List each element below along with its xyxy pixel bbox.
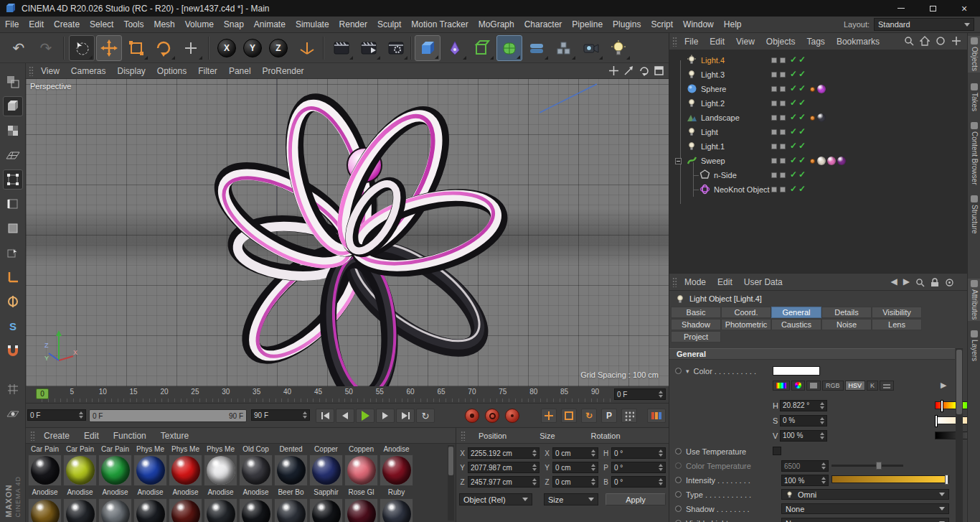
layer-chip[interactable] <box>780 57 786 63</box>
material-thumbnail[interactable] <box>203 498 238 522</box>
layer-chip[interactable] <box>780 144 786 149</box>
picker-button[interactable] <box>806 381 821 391</box>
material-tag-icon[interactable] <box>817 157 826 165</box>
generators-button[interactable] <box>469 35 495 61</box>
menu-item[interactable]: Pipeline <box>567 19 608 29</box>
render-settings-button[interactable] <box>383 35 409 61</box>
points-mode-button[interactable] <box>3 169 23 190</box>
apply-button[interactable]: Apply <box>606 493 666 505</box>
position-z-field[interactable]: 2457.977 cm <box>468 476 540 488</box>
toggle-view-icon[interactable] <box>654 65 664 76</box>
material-thumbnail[interactable] <box>308 498 344 522</box>
animation-dot-icon[interactable] <box>675 491 682 498</box>
material-name[interactable]: Phys Me <box>168 445 203 453</box>
animation-dot-icon[interactable] <box>675 462 682 469</box>
x-axis-lock-button[interactable]: X <box>214 35 240 61</box>
material-thumbnail[interactable] <box>379 454 414 487</box>
frame-stepper[interactable] <box>659 391 663 398</box>
animation-dot-icon[interactable] <box>675 477 682 483</box>
viewport-menu-item[interactable]: Display <box>111 66 151 76</box>
panel-grip[interactable] <box>672 37 677 47</box>
viewport-canvas[interactable]: Perspective Grid Spacing : 100 cm Y X Z <box>26 79 669 386</box>
menu-item[interactable]: Select <box>85 19 118 29</box>
key-rotation-toggle[interactable]: ↻ <box>581 409 597 423</box>
object-name[interactable]: Light.2 <box>701 99 725 108</box>
enable-check-icon[interactable]: ✓ <box>798 55 806 65</box>
object-name[interactable]: Sweep <box>701 157 725 165</box>
texture-mode-button[interactable] <box>3 121 23 141</box>
spline-pen-button[interactable] <box>442 35 468 61</box>
material-thumbnail[interactable] <box>168 498 203 522</box>
saturation-marker[interactable] <box>936 416 937 427</box>
intensity-field[interactable]: 100 % <box>781 475 829 486</box>
enable-check-icon[interactable]: ✓ <box>790 98 797 108</box>
material-thumbnail[interactable] <box>168 454 203 487</box>
layer-chip[interactable] <box>780 86 786 92</box>
history-back-icon[interactable]: ◀ <box>891 276 897 287</box>
z-axis-lock-button[interactable]: Z <box>265 35 291 61</box>
object-name[interactable]: Landscape <box>701 113 740 122</box>
material-thumbnail[interactable] <box>27 454 62 487</box>
attribute-menu-item[interactable]: Edit <box>712 277 738 287</box>
viewport-menu-item[interactable]: ProRender <box>257 66 310 76</box>
size-y-field[interactable]: 0 cm <box>552 462 598 473</box>
keying-panel-button[interactable] <box>647 409 666 423</box>
object-name[interactable]: Light.1 <box>701 142 725 151</box>
material-name[interactable]: Anodise <box>238 488 273 496</box>
tab-lens[interactable]: Lens <box>872 319 922 330</box>
autokey-button[interactable] <box>485 409 499 423</box>
enable-check-icon[interactable]: ✓ <box>798 184 806 194</box>
animation-dot-icon[interactable] <box>675 448 682 455</box>
material-name[interactable]: Phys Me <box>203 445 238 453</box>
material-thumbnail[interactable] <box>203 454 238 487</box>
make-editable-button[interactable] <box>3 72 23 92</box>
material-thumbnail[interactable] <box>379 498 414 522</box>
enable-check-icon[interactable]: ✓ <box>790 83 797 93</box>
enable-check-icon[interactable]: ✓ <box>798 169 806 180</box>
color-temperature-slider[interactable] <box>831 465 903 467</box>
position-x-field[interactable]: 2255.192 cm <box>468 447 540 459</box>
hue-marker[interactable] <box>941 401 943 411</box>
live-selection-button[interactable] <box>69 35 95 61</box>
move-tool-button[interactable] <box>96 35 122 61</box>
object-manager-menu-item[interactable]: Objects <box>760 37 801 47</box>
material-thumbnail[interactable] <box>133 454 168 487</box>
camera-label[interactable]: Perspective <box>30 82 71 90</box>
material-name[interactable]: Car Pain <box>27 445 62 453</box>
material-name[interactable]: Sapphir <box>308 488 344 496</box>
range-end-field[interactable]: 90 F <box>251 409 310 421</box>
menu-item[interactable]: Create <box>49 19 85 29</box>
object-row[interactable]: n-Side ✓✓ <box>669 168 968 182</box>
range-start-field[interactable]: 0 F <box>27 409 86 421</box>
object-row[interactable]: Sweep ✓✓ <box>669 154 968 168</box>
volume-builder-button[interactable] <box>524 35 550 61</box>
layer-chip[interactable] <box>771 86 777 92</box>
animation-dot-icon[interactable] <box>675 505 682 512</box>
tab-visibility[interactable]: Visibility <box>872 307 922 318</box>
tab-layers[interactable]: Layers <box>968 329 980 363</box>
object-manager-menu-item[interactable]: Tags <box>801 37 831 47</box>
tab-structure[interactable]: Structure <box>968 194 980 236</box>
camera-button[interactable] <box>578 35 604 61</box>
range-end-stepper[interactable] <box>303 411 307 419</box>
expand-color-icon[interactable]: ▶ <box>941 381 946 390</box>
coordinate-system-button[interactable] <box>294 35 320 61</box>
layout-select[interactable]: Standard <box>874 18 974 31</box>
key-parameter-toggle[interactable]: P <box>601 409 617 423</box>
timeline-ruler[interactable]: 051015202530354045505560657075808590 0 0… <box>26 386 669 404</box>
viewport-menu-item[interactable]: Panel <box>223 66 257 76</box>
menu-item[interactable]: Render <box>334 19 372 29</box>
material-name[interactable]: Anodise <box>168 488 203 496</box>
tab-objects[interactable]: Objects <box>968 36 980 73</box>
hue-field[interactable]: 20.822 ° <box>780 400 827 411</box>
material-thumbnail[interactable] <box>27 498 62 522</box>
material-thumbnail[interactable] <box>273 498 308 522</box>
phong-tag-icon[interactable] <box>810 159 815 164</box>
attribute-menu-item[interactable]: User Data <box>738 277 788 287</box>
material-name[interactable]: Anodise <box>98 488 133 496</box>
intensity-slider[interactable] <box>831 475 949 483</box>
sweep-knot-object[interactable] <box>148 85 535 386</box>
kelvin-mode-button[interactable]: K <box>867 381 878 391</box>
attribute-scrollbar[interactable] <box>956 348 963 522</box>
use-temperature-checkbox[interactable] <box>773 447 781 455</box>
